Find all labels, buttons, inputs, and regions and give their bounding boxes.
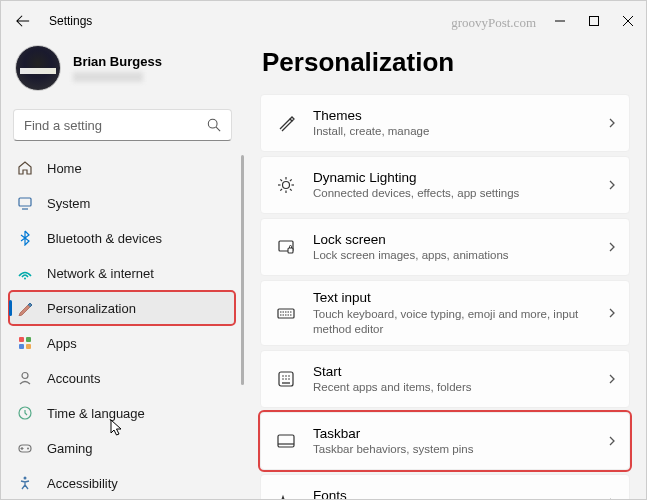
- minimize-button[interactable]: [544, 7, 576, 35]
- svg-point-14: [27, 448, 29, 450]
- svg-rect-8: [26, 337, 31, 342]
- svg-point-11: [22, 373, 28, 379]
- svg-rect-26: [288, 248, 293, 253]
- sidebar-scrollbar[interactable]: [241, 155, 244, 385]
- svg-point-32: [285, 375, 287, 377]
- svg-rect-7: [19, 337, 24, 342]
- card-fonts[interactable]: FontsInstall, manage: [260, 474, 630, 499]
- sidebar-item-home[interactable]: Home: [9, 151, 235, 185]
- card-dynamic-lighting[interactable]: Dynamic LightingConnected devices, effec…: [260, 156, 630, 214]
- sidebar-item-label: Apps: [47, 336, 77, 351]
- taskbar-icon: [275, 430, 297, 452]
- card-subtitle: Install, create, manage: [313, 124, 591, 139]
- svg-point-2: [208, 119, 217, 128]
- card-title: Fonts: [313, 487, 591, 499]
- bluetooth-icon: [17, 230, 33, 246]
- chevron-right-icon: [607, 494, 617, 499]
- sidebar-item-apps[interactable]: Apps: [9, 326, 235, 360]
- sidebar-item-label: Personalization: [47, 301, 136, 316]
- sidebar-item-label: Network & internet: [47, 266, 154, 281]
- chevron-right-icon: [607, 238, 617, 256]
- card-subtitle: Connected devices, effects, app settings: [313, 186, 591, 201]
- svg-line-21: [280, 179, 282, 181]
- svg-rect-38: [278, 435, 294, 447]
- textinput-icon: [275, 302, 297, 324]
- card-title: Taskbar: [313, 425, 591, 443]
- card-taskbar[interactable]: TaskbarTaskbar behaviors, system pins: [260, 412, 630, 470]
- page-title: Personalization: [262, 47, 630, 78]
- main-panel: Personalization ThemesInstall, create, m…: [246, 41, 646, 499]
- profile-name: Brian Burgess: [73, 54, 162, 69]
- titlebar: Settings groovyPost.com: [1, 1, 646, 41]
- minimize-icon: [555, 16, 565, 26]
- close-icon: [623, 16, 633, 26]
- chevron-right-icon: [607, 432, 617, 450]
- card-themes[interactable]: ThemesInstall, create, manage: [260, 94, 630, 152]
- lockscreen-icon: [275, 236, 297, 258]
- back-button[interactable]: [9, 7, 37, 35]
- svg-point-35: [285, 378, 287, 380]
- fonts-icon: [275, 492, 297, 499]
- svg-line-24: [280, 189, 282, 191]
- accounts-icon: [17, 370, 33, 386]
- profile-block[interactable]: Brian Burgess: [5, 41, 242, 105]
- themes-icon: [275, 112, 297, 134]
- card-text-input[interactable]: Text inputTouch keyboard, voice typing, …: [260, 280, 630, 346]
- search-input[interactable]: [24, 118, 207, 133]
- sidebar-item-label: Time & language: [47, 406, 145, 421]
- window-title: Settings: [49, 14, 92, 28]
- close-button[interactable]: [612, 7, 644, 35]
- svg-line-23: [290, 179, 292, 181]
- sidebar-item-label: Bluetooth & devices: [47, 231, 162, 246]
- sidebar-item-accounts[interactable]: Accounts: [9, 361, 235, 395]
- watermark: groovyPost.com: [451, 15, 536, 31]
- svg-rect-10: [26, 344, 31, 349]
- sidebar-item-time-language[interactable]: Time & language: [9, 396, 235, 430]
- chevron-right-icon: [607, 114, 617, 132]
- card-subtitle: Touch keyboard, voice typing, emoji and …: [313, 307, 591, 337]
- chevron-right-icon: [607, 370, 617, 388]
- sidebar-item-label: Accounts: [47, 371, 100, 386]
- sidebar-item-personalization[interactable]: Personalization: [9, 291, 235, 325]
- sidebar-item-label: Gaming: [47, 441, 93, 456]
- chevron-right-icon: [607, 304, 617, 322]
- svg-point-31: [282, 375, 284, 377]
- sidebar: Brian Burgess HomeSystemBluetooth & devi…: [1, 41, 246, 499]
- card-title: Themes: [313, 107, 591, 125]
- card-title: Text input: [313, 289, 591, 307]
- svg-point-6: [24, 278, 26, 280]
- sidebar-item-network-internet[interactable]: Network & internet: [9, 256, 235, 290]
- sidebar-item-gaming[interactable]: Gaming: [9, 431, 235, 465]
- svg-point-34: [282, 378, 284, 380]
- start-icon: [275, 368, 297, 390]
- card-start[interactable]: StartRecent apps and items, folders: [260, 350, 630, 408]
- sidebar-item-system[interactable]: System: [9, 186, 235, 220]
- card-title: Start: [313, 363, 591, 381]
- svg-rect-1: [590, 17, 599, 26]
- search-icon: [207, 118, 221, 132]
- card-subtitle: Lock screen images, apps, animations: [313, 248, 591, 263]
- svg-rect-27: [278, 309, 294, 318]
- sidebar-item-label: System: [47, 196, 90, 211]
- maximize-button[interactable]: [578, 7, 610, 35]
- lighting-icon: [275, 174, 297, 196]
- svg-rect-4: [19, 198, 31, 206]
- profile-email-blurred: [73, 72, 143, 82]
- svg-point-36: [288, 378, 290, 380]
- svg-point-15: [24, 477, 27, 480]
- search-box[interactable]: [13, 109, 232, 141]
- card-subtitle: Recent apps and items, folders: [313, 380, 591, 395]
- time-icon: [17, 405, 33, 421]
- chevron-right-icon: [607, 176, 617, 194]
- card-subtitle: Taskbar behaviors, system pins: [313, 442, 591, 457]
- accessibility-icon: [17, 475, 33, 491]
- svg-point-33: [288, 375, 290, 377]
- sidebar-item-accessibility[interactable]: Accessibility: [9, 466, 235, 499]
- gaming-icon: [17, 440, 33, 456]
- apps-icon: [17, 335, 33, 351]
- network-icon: [17, 265, 33, 281]
- sidebar-item-bluetooth-devices[interactable]: Bluetooth & devices: [9, 221, 235, 255]
- back-arrow-icon: [16, 14, 30, 28]
- maximize-icon: [589, 16, 599, 26]
- card-lock-screen[interactable]: Lock screenLock screen images, apps, ani…: [260, 218, 630, 276]
